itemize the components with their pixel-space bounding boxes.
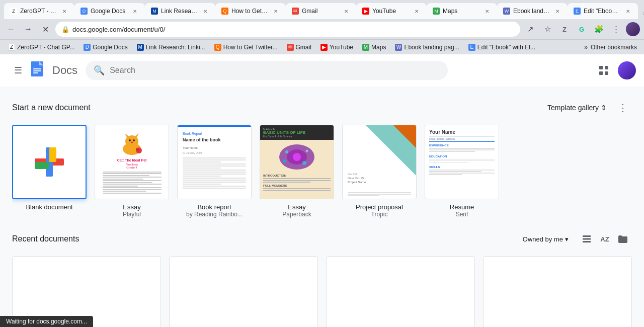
tab-title-twitter: How to Get Twitter...	[231, 8, 269, 15]
svg-rect-2	[33, 68, 41, 69]
z-extension-button[interactable]: Z	[557, 22, 572, 36]
template-card-book-report[interactable]: Book Report Name of the book Your Name 0…	[177, 125, 252, 218]
svg-rect-29	[583, 238, 591, 240]
svg-rect-3	[33, 70, 41, 71]
svg-point-14	[133, 139, 135, 141]
tab-close-gmail[interactable]: ✕	[342, 7, 350, 15]
tab-close-maps[interactable]: ✕	[483, 7, 491, 15]
tab-favicon-youtube: ▶	[362, 8, 369, 15]
template-card-resume[interactable]: Your Name email | phone | address EXPERI…	[425, 125, 499, 218]
template-card-project-proposal[interactable]: See Ref Date Oct 15 Project Name Project…	[342, 125, 417, 218]
search-icon: 🔍	[94, 65, 105, 76]
url-text: docs.google.com/document/u/0/	[72, 26, 514, 33]
bookmark-gmail[interactable]: ✉ Gmail	[283, 43, 315, 52]
bookmarks-more-button[interactable]: » Other bookmarks	[581, 43, 640, 52]
grammarly-button[interactable]: G	[575, 22, 589, 36]
bookmark-label-youtube: YouTube	[330, 44, 353, 51]
tab-title-link: Link Research: Linki...	[161, 8, 198, 15]
tab-gmail[interactable]: ✉ Gmail ✕	[286, 3, 356, 19]
docs-logo[interactable]: Docs	[28, 60, 77, 80]
cat-svg	[117, 131, 147, 156]
recent-doc-4[interactable]	[483, 256, 632, 327]
recent-doc-2[interactable]	[169, 256, 318, 327]
bio-essay-preview: CELLS BASIC UNITS OF LIFE For Class 4 - …	[260, 125, 334, 199]
essay-author: TeofilovaGrade 4	[126, 163, 138, 169]
project-proposal-shape-svg	[366, 125, 416, 176]
resume-blue-divider2	[429, 141, 495, 142]
bookmark-maps[interactable]: M Maps	[358, 43, 390, 52]
project-name-label: Project Name	[348, 181, 366, 184]
templates-header: Start a new document Template gallery ⇕ …	[12, 99, 632, 117]
tab-close-link[interactable]: ✕	[201, 7, 209, 15]
browser-window: Z ZeroGPT - Chat GP... ✕ D Google Docs ✕…	[0, 0, 644, 327]
owned-by-button[interactable]: Owned by me ▾	[518, 232, 574, 246]
tab-favicon-link: M	[151, 8, 158, 15]
more-tabs-button[interactable]: »	[640, 8, 644, 19]
resume-skill-line2	[429, 171, 481, 172]
template-card-essay-playful[interactable]: Cat: The Ideal Pet TeofilovaGrade 4	[95, 125, 169, 218]
bookmark-ebook-landing[interactable]: W Ebook landing pag...	[391, 43, 463, 52]
tab-close-zerogpt[interactable]: ✕	[60, 7, 68, 15]
tab-close-ebook[interactable]: ✕	[553, 7, 561, 15]
tab-twitter[interactable]: Q How to Get Twitter... ✕	[215, 3, 286, 19]
template-gallery-button[interactable]: Template gallery ⇕	[542, 101, 612, 115]
tab-link-research[interactable]: M Link Research: Linki... ✕	[145, 3, 215, 19]
bookmark-zerogpt[interactable]: Z ZeroGPT - Chat GP...	[4, 43, 78, 52]
extensions-button[interactable]: 🧩	[592, 22, 606, 36]
tab-favicon-ebook: W	[503, 8, 510, 15]
tab-close-edit-ebook[interactable]: ✕	[624, 7, 632, 15]
bookmark-favicon-gdocs: D	[84, 44, 91, 51]
profile-avatar[interactable]	[626, 22, 640, 36]
template-subname-essay: Playful	[123, 211, 141, 218]
bio-subtitle-text: For Class 4 - Life Science	[263, 135, 331, 138]
bookmark-favicon-ebook: W	[395, 44, 402, 51]
resume-skills-label: SKILLS	[429, 166, 495, 169]
chevron-updown-icon: ⇕	[601, 104, 607, 112]
main-content: Start a new document Template gallery ⇕ …	[0, 87, 644, 327]
view-list-button[interactable]	[578, 230, 596, 248]
tab-close-docs[interactable]: ✕	[131, 7, 139, 15]
tab-youtube[interactable]: ▶ YouTube ✕	[356, 3, 427, 19]
back-button[interactable]: ←	[4, 22, 18, 36]
template-card-blank[interactable]: Blank document	[12, 125, 87, 218]
tab-zerogpt[interactable]: Z ZeroGPT - Chat GP... ✕	[4, 3, 74, 19]
share-button[interactable]: ↗	[523, 22, 537, 36]
bookmark-youtube[interactable]: ▶ YouTube	[316, 43, 357, 52]
bookmark-google-docs[interactable]: D Google Docs	[79, 43, 131, 52]
user-avatar[interactable]	[618, 61, 636, 79]
bookmark-star-button[interactable]: ☆	[540, 22, 554, 36]
bio-full-members-label: FULL MEMBERS	[263, 184, 331, 187]
template-thumbnail-essay-playful: Cat: The Ideal Pet TeofilovaGrade 4	[95, 125, 169, 199]
folder-icon	[618, 234, 628, 243]
reload-button[interactable]: ✕	[38, 22, 52, 36]
sort-button[interactable]: AZ	[596, 230, 614, 248]
template-card-essay-paperback[interactable]: CELLS BASIC UNITS OF LIFE For Class 4 - …	[260, 125, 334, 218]
search-input[interactable]	[110, 66, 440, 75]
cat-illustration	[117, 131, 147, 156]
tab-ebook[interactable]: W Ebook landing pag... ✕	[497, 3, 568, 19]
hamburger-menu-button[interactable]: ☰	[8, 60, 28, 80]
tab-google-docs[interactable]: D Google Docs ✕	[74, 3, 145, 19]
template-gallery-label: Template gallery	[547, 104, 599, 112]
bio-content-lines: INTRODUCTION FULL MEMBERS	[260, 174, 334, 191]
bookmark-edit-ebook[interactable]: E Edit "Ebook" with El...	[464, 43, 539, 52]
apps-grid-button[interactable]	[594, 60, 614, 80]
tab-close-youtube[interactable]: ✕	[413, 7, 421, 15]
address-bar[interactable]: 🔒 docs.google.com/document/u/0/	[55, 22, 520, 37]
folder-button[interactable]	[614, 230, 632, 248]
bookmark-link-research[interactable]: M Link Research: Linki...	[133, 43, 209, 52]
bookmark-twitter[interactable]: Q How to Get Twitter...	[210, 43, 282, 52]
recent-doc-3[interactable]	[326, 256, 475, 327]
tab-maps[interactable]: M Maps ✕	[427, 3, 497, 19]
browser-menu-button[interactable]: ⋮	[609, 22, 623, 36]
bookmark-label-gdocs: Google Docs	[93, 44, 127, 51]
template-subname-resume: Serif	[456, 211, 468, 218]
tab-edit-ebook[interactable]: E Edit "Ebook" with El... ✕	[568, 3, 638, 19]
forward-button[interactable]: →	[21, 22, 35, 36]
template-thumbnail-essay-paperback: CELLS BASIC UNITS OF LIFE For Class 4 - …	[260, 125, 334, 199]
tab-title-edit-ebook: Edit "Ebook" with El...	[584, 8, 621, 15]
template-thumbnail-blank	[12, 125, 87, 199]
templates-more-options-button[interactable]: ⋮	[614, 99, 632, 117]
tab-close-twitter[interactable]: ✕	[272, 7, 280, 15]
bookmark-favicon-link: M	[137, 44, 144, 51]
